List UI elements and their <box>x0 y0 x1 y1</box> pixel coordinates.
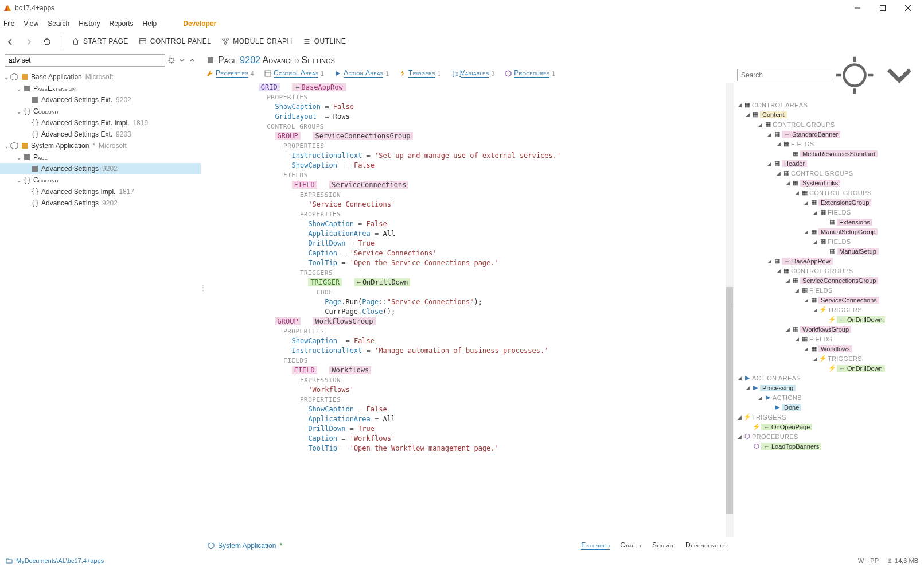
menu-reports[interactable]: Reports <box>110 20 134 28</box>
tab-procedures[interactable]: Procedures1 <box>505 69 555 78</box>
layout-icon: ▦ <box>820 209 826 216</box>
tree-codeunit[interactable]: ⌄ {} Codeunit <box>0 106 201 117</box>
menu-bar: File View Search History Reports Help De… <box>0 16 924 31</box>
tree-item[interactable]: {} Advanced Settings Ext. 9203 <box>0 129 201 140</box>
hexagon-icon <box>10 73 18 81</box>
tree-item-selected[interactable]: Advanced Settings 9202 <box>0 163 201 174</box>
outline-node[interactable]: ◢▦FIELDS <box>734 236 924 246</box>
tree-item[interactable]: {} Advanced Settings Ext. Impl. 1819 <box>0 117 201 129</box>
outline-node[interactable]: ◢⬡PROCEDURES <box>734 432 924 441</box>
outline-node[interactable]: ▦MediaResourcesStandard <box>734 149 924 158</box>
tab-variables[interactable]: [x]Variables3 <box>451 69 495 78</box>
footer-tab-source[interactable]: Source <box>652 541 675 550</box>
splitter-right[interactable]: ⋮ <box>728 302 735 310</box>
outline-node[interactable]: ◢▶ACTION AREAS <box>734 373 924 383</box>
start-page-button[interactable]: START PAGE <box>72 37 128 45</box>
footer-tab-dependencies[interactable]: Dependencies <box>685 541 727 550</box>
outline-node[interactable]: ◢▦SystemLinks <box>734 178 924 188</box>
outline-search-row <box>734 52 924 99</box>
outline-node[interactable]: ◢▦Header <box>734 158 924 168</box>
tree-item[interactable]: {} Advanced Settings 9202 <box>0 197 201 209</box>
outline-node[interactable]: ◢▦FIELDS <box>734 139 924 149</box>
outline-node[interactable]: ◢⚡TRIGGERS <box>734 305 924 314</box>
outline-node[interactable]: ◢▦←StandardBanner <box>734 129 924 139</box>
tab-triggers[interactable]: Triggers1 <box>399 69 441 78</box>
outline-node[interactable]: ◢▦ExtensionsGroup <box>734 197 924 207</box>
menu-view[interactable]: View <box>24 20 38 28</box>
outline-node[interactable]: ▶Done <box>734 402 924 412</box>
svg-point-31 <box>844 65 865 86</box>
outline-node[interactable]: ⬡←LoadTopBanners <box>734 441 924 451</box>
outline-button[interactable]: OUTLINE <box>303 37 346 45</box>
tree-base-application[interactable]: ⌄ Base Application Microsoft <box>0 71 201 83</box>
outline-search-input[interactable] <box>737 69 831 81</box>
refresh-button[interactable] <box>42 37 50 45</box>
outline-node[interactable]: ◢▦Workflows <box>734 344 924 354</box>
close-button[interactable] <box>895 0 921 16</box>
tree-item[interactable]: Advanced Settings Ext. 9202 <box>0 94 201 106</box>
outline-node[interactable]: ◢▶Processing <box>734 383 924 393</box>
module-graph-button[interactable]: MODULE GRAPH <box>221 37 292 45</box>
nav-back-button[interactable] <box>6 37 14 45</box>
maximize-button[interactable] <box>870 0 895 16</box>
outline-node[interactable]: ◢▦←BaseAppRow <box>734 256 924 266</box>
outline-node[interactable]: ◢⚡TRIGGERS <box>734 412 924 422</box>
settings-icon[interactable] <box>833 54 876 96</box>
panel-icon <box>139 37 147 45</box>
menu-help[interactable]: Help <box>143 20 157 28</box>
outline-node[interactable]: ⚡←OnDrillDown <box>734 314 924 324</box>
tab-properties[interactable]: Properties4 <box>206 69 254 78</box>
outline-node[interactable]: ⚡←OnDrillDown <box>734 363 924 373</box>
outline-node[interactable]: ▦Extensions <box>734 217 924 227</box>
tree-system-application[interactable]: ⌄ System Application * Microsoft <box>0 140 201 152</box>
menu-history[interactable]: History <box>79 20 100 28</box>
outline-node[interactable]: ◢▶ACTIONS <box>734 393 924 402</box>
tree-id: 1819 <box>132 119 148 127</box>
search-input[interactable] <box>5 54 165 67</box>
tree-codeunit[interactable]: ⌄ {} Codeunit <box>0 174 201 186</box>
outline-node[interactable]: ◢⚡TRIGGERS <box>734 354 924 363</box>
outline-node[interactable]: ◢▦CONTROL GROUPS <box>734 188 924 197</box>
menu-developer[interactable]: Developer <box>183 20 216 28</box>
menu-file[interactable]: File <box>3 20 14 28</box>
app-icon <box>21 73 29 81</box>
nav-forward-button[interactable] <box>24 37 32 45</box>
tree-page[interactable]: ⌄ Page <box>0 152 201 163</box>
collapse-down-icon[interactable] <box>178 56 186 64</box>
tab-control-areas[interactable]: Control Areas1 <box>264 69 324 78</box>
code-editor[interactable]: GRID ←BaseAppRow PROPERTIES ShowCaption … <box>201 83 734 537</box>
status-path[interactable]: MyDocuments\AL\bc17.4+apps <box>16 557 104 564</box>
svg-marker-1 <box>4 5 7 11</box>
layout-icon: ▦ <box>774 131 781 138</box>
outline-node[interactable]: ◢▦ServiceConnectionsGroup <box>734 275 924 285</box>
layout-icon: ▦ <box>810 228 817 235</box>
minimize-button[interactable] <box>845 0 870 16</box>
tree-label: Advanced Settings <box>41 165 99 173</box>
outline-node[interactable]: ◢▦FIELDS <box>734 207 924 217</box>
menu-search[interactable]: Search <box>48 20 69 28</box>
footer-app-link[interactable]: System Application <box>218 542 276 550</box>
outline-node[interactable]: ◢▦ManualSetupGroup <box>734 227 924 236</box>
tree-page-extension[interactable]: ⌄ PageExtension <box>0 83 201 94</box>
settings-icon[interactable] <box>167 56 176 64</box>
footer-tab-extended[interactable]: Extended <box>581 541 610 550</box>
tab-action-areas[interactable]: Action Areas1 <box>334 69 389 78</box>
control-panel-button[interactable]: CONTROL PANEL <box>139 37 212 45</box>
tree-label: Page <box>33 153 48 161</box>
outline-node[interactable]: ◢▦Content <box>734 110 924 119</box>
footer-tab-object[interactable]: Object <box>620 541 642 550</box>
outline-node[interactable]: ◢▦CONTROL GROUPS <box>734 266 924 275</box>
outline-node[interactable]: ◢▦CONTROL AREAS <box>734 100 924 110</box>
outline-node[interactable]: ⚡←OnOpenPage <box>734 422 924 432</box>
outline-node[interactable]: ◢▦FIELDS <box>734 334 924 344</box>
outline-node[interactable]: ◢▦CONTROL GROUPS <box>734 168 924 178</box>
tree-item[interactable]: {} Advanced Settings Impl. 1817 <box>0 186 201 197</box>
status-bar: MyDocuments\AL\bc17.4+apps W→PP 🗎 14,6 M… <box>0 553 924 567</box>
outline-node[interactable]: ◢▦ServiceConnections <box>734 295 924 305</box>
outline-node[interactable]: ◢▦FIELDS <box>734 285 924 295</box>
chevron-down-icon[interactable] <box>878 54 921 96</box>
outline-node[interactable]: ◢▦WorkflowsGroup <box>734 324 924 334</box>
outline-node[interactable]: ▦ManualSetup <box>734 246 924 256</box>
collapse-up-icon[interactable] <box>188 56 196 64</box>
outline-node[interactable]: ◢▦CONTROL GROUPS <box>734 119 924 129</box>
